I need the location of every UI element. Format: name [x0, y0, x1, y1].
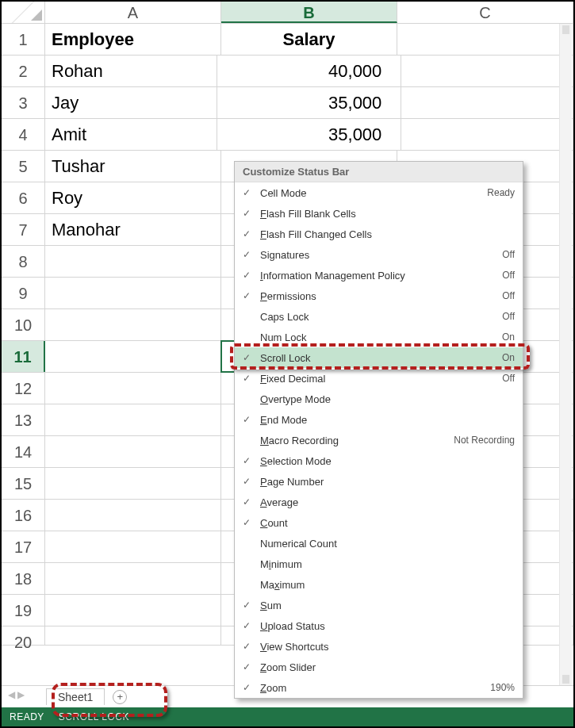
row-header[interactable]: 1: [2, 24, 45, 55]
cell[interactable]: [401, 119, 573, 150]
check-icon: ✓: [240, 661, 254, 672]
menu-item[interactable]: Maximum: [235, 574, 523, 595]
cell[interactable]: [401, 87, 573, 118]
cell[interactable]: [45, 595, 221, 626]
menu-item[interactable]: Caps LockOff: [235, 306, 523, 327]
check-icon: ✓: [240, 187, 254, 198]
vertical-scrollbar[interactable]: [559, 24, 572, 685]
row-header[interactable]: 17: [2, 531, 45, 562]
menu-item[interactable]: ✓Flash Fill Changed Cells: [235, 224, 523, 244]
row-header[interactable]: 2: [2, 56, 45, 86]
sheet-nav-arrows[interactable]: ◀ ▶: [8, 689, 25, 700]
add-sheet-button[interactable]: +: [113, 690, 127, 704]
cell[interactable]: [45, 341, 221, 372]
row-header[interactable]: 15: [2, 468, 45, 499]
status-scroll-lock: SCROLL LOCK: [59, 711, 129, 722]
menu-item[interactable]: ✓View Shortcuts: [235, 636, 523, 657]
row-header[interactable]: 20: [2, 626, 45, 645]
column-header-b[interactable]: B: [221, 2, 397, 23]
menu-item[interactable]: ✓Sum: [235, 595, 523, 615]
cell[interactable]: Rohan: [45, 56, 217, 86]
row-header[interactable]: 16: [2, 500, 45, 531]
menu-item-label: End Mode: [260, 414, 508, 426]
row-header[interactable]: 5: [2, 151, 45, 182]
menu-item[interactable]: Num LockOn: [235, 327, 523, 347]
menu-item-label: Maximum: [260, 579, 508, 591]
cell[interactable]: [45, 373, 221, 404]
row-header[interactable]: 4: [2, 119, 45, 150]
menu-item[interactable]: Numerical Count: [235, 533, 523, 554]
cell[interactable]: [45, 626, 221, 645]
row-header[interactable]: 13: [2, 404, 45, 435]
select-all-corner[interactable]: [2, 2, 45, 23]
menu-item[interactable]: ✓Upload Status: [235, 615, 523, 636]
row-header[interactable]: 3: [2, 87, 45, 118]
menu-item-label: Scroll Lock: [260, 352, 496, 364]
menu-item[interactable]: ✓End Mode: [235, 409, 523, 430]
menu-item[interactable]: ✓Average: [235, 492, 523, 512]
menu-item[interactable]: ✓Selection Mode: [235, 450, 523, 471]
menu-item-label: Selection Mode: [260, 455, 508, 467]
cell[interactable]: [45, 563, 221, 594]
menu-item[interactable]: ✓Cell ModeReady: [235, 182, 523, 203]
cell[interactable]: [45, 309, 221, 340]
cell[interactable]: [45, 278, 221, 308]
cell[interactable]: [45, 531, 221, 562]
cell[interactable]: Jay: [45, 87, 217, 118]
cell[interactable]: Tushar: [45, 151, 221, 182]
row: 1EmployeeSalary: [2, 24, 573, 56]
cell[interactable]: Amit: [45, 119, 217, 150]
cell[interactable]: [45, 500, 221, 531]
menu-item[interactable]: Overtype Mode: [235, 389, 523, 409]
menu-item[interactable]: ✓Information Management PolicyOff: [235, 265, 523, 285]
menu-item-label: Upload Status: [260, 620, 508, 632]
cell[interactable]: Salary: [221, 24, 397, 55]
menu-item-label: Macro Recording: [260, 435, 447, 446]
row-header[interactable]: 19: [2, 595, 45, 626]
row-header[interactable]: 12: [2, 373, 45, 404]
menu-item[interactable]: ✓Zoom190%: [235, 677, 523, 698]
menu-item[interactable]: ✓Count: [235, 512, 523, 533]
row-header[interactable]: 7: [2, 214, 45, 245]
row-header[interactable]: 18: [2, 563, 45, 594]
row-header[interactable]: 8: [2, 246, 45, 277]
menu-item[interactable]: Macro RecordingNot Recording: [235, 430, 523, 450]
cell[interactable]: [45, 404, 221, 435]
cell[interactable]: [45, 436, 221, 467]
row-header[interactable]: 11: [2, 341, 45, 372]
cell[interactable]: 35,000: [217, 119, 402, 150]
customize-status-bar-menu: Customize Status Bar ✓Cell ModeReady✓Fla…: [234, 161, 523, 699]
menu-item[interactable]: ✓Scroll LockOn: [235, 347, 523, 368]
check-icon: ✓: [240, 641, 254, 652]
menu-item[interactable]: ✓PermissionsOff: [235, 285, 523, 306]
cell[interactable]: [397, 24, 573, 55]
menu-item-label: Flash Fill Blank Cells: [260, 208, 508, 220]
menu-item[interactable]: ✓Zoom Slider: [235, 657, 523, 677]
column-header-c[interactable]: C: [397, 2, 573, 23]
column-header-a[interactable]: A: [45, 2, 221, 23]
cell[interactable]: [401, 56, 573, 86]
menu-item[interactable]: Minimum: [235, 554, 523, 574]
cell[interactable]: Roy: [45, 182, 221, 213]
menu-item-label: Sum: [260, 600, 508, 611]
menu-item[interactable]: ✓SignaturesOff: [235, 244, 523, 265]
cell[interactable]: [45, 468, 221, 499]
row-header[interactable]: 14: [2, 436, 45, 467]
cell[interactable]: Manohar: [45, 214, 221, 245]
menu-item[interactable]: ✓Flash Fill Blank Cells: [235, 203, 523, 224]
check-icon: ✓: [240, 249, 254, 260]
menu-item[interactable]: ✓Page Number: [235, 471, 523, 492]
menu-item[interactable]: ✓Fixed DecimalOff: [235, 368, 523, 389]
row-header[interactable]: 10: [2, 309, 45, 340]
cell[interactable]: 40,000: [217, 56, 402, 86]
menu-item-label: Numerical Count: [260, 538, 508, 550]
menu-item-label: Permissions: [260, 290, 496, 302]
cell[interactable]: Employee: [45, 24, 221, 55]
cell[interactable]: [45, 246, 221, 277]
cell[interactable]: 35,000: [217, 87, 402, 118]
menu-item-value: Not Recording: [454, 435, 515, 446]
row-header[interactable]: 9: [2, 278, 45, 308]
row: 2Rohan40,000: [2, 56, 573, 87]
sheet-tab[interactable]: Sheet1: [46, 688, 105, 705]
row-header[interactable]: 6: [2, 182, 45, 213]
